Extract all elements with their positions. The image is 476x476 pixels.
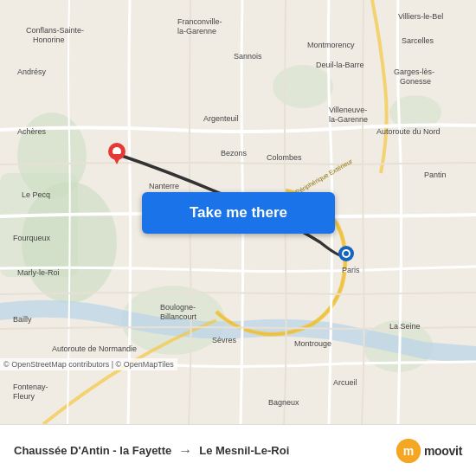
svg-text:Fourqueux: Fourqueux [13,234,51,242]
svg-text:la-Garenne: la-Garenne [177,27,216,35]
svg-text:Achères: Achères [17,127,47,136]
svg-text:Villeneuve-: Villeneuve- [329,106,367,114]
svg-text:Pantin: Pantin [424,170,447,179]
moovit-icon: m [396,439,421,463]
svg-text:Franconville-: Franconville- [177,17,222,26]
svg-text:Andrésy: Andrésy [17,68,47,76]
map-attribution: © OpenStreetMap contributors | © OpenMap… [0,358,177,370]
svg-text:Bagneux: Bagneux [268,398,299,407]
svg-text:Montmorency: Montmorency [307,41,355,49]
map-container: Conflans-Sainte- Honorine Franconville- … [0,0,476,424]
svg-text:Arcueil: Arcueil [333,378,357,387]
svg-text:Villiers-le-Bel: Villiers-le-Bel [398,12,443,21]
svg-text:Deuil-la-Barre: Deuil-la-Barre [316,61,364,69]
svg-text:Autoroute du Nord: Autoroute du Nord [376,127,441,136]
svg-text:Garges-lès-: Garges-lès- [394,68,434,76]
svg-text:Billancourt: Billancourt [160,312,197,321]
svg-text:Autoroute de Normandie: Autoroute de Normandie [52,344,137,353]
svg-text:m: m [403,444,414,458]
arrow-icon: → [178,443,192,459]
svg-text:Sarcelles: Sarcelles [402,36,434,45]
svg-text:Honorine: Honorine [33,35,65,44]
moovit-logo: m moovit [396,439,462,463]
svg-text:La Seine: La Seine [389,322,421,331]
svg-text:Le Pecq: Le Pecq [22,190,50,199]
svg-point-51 [344,251,349,256]
svg-text:Conflans-Sainte-: Conflans-Sainte- [26,26,84,35]
svg-text:Sannois: Sannois [234,52,262,61]
svg-text:Marly-le-Roi: Marly-le-Roi [17,268,60,277]
svg-text:Sèvres: Sèvres [212,336,237,344]
svg-text:Nanterre: Nanterre [149,182,179,190]
bottom-bar: Chaussée D'Antin - la Fayette → Le Mesni… [0,424,476,476]
svg-text:Colombes: Colombes [267,153,302,162]
svg-text:Gonesse: Gonesse [400,77,431,86]
svg-text:Boulogne-: Boulogne- [160,303,196,312]
svg-text:Fleury: Fleury [13,392,35,401]
moovit-text: moovit [424,444,462,458]
svg-rect-3 [0,173,78,277]
svg-point-6 [273,65,333,108]
svg-text:Paris: Paris [342,266,360,274]
destination-label: Le Mesnil-Le-Roi [199,444,289,457]
take-me-there-button[interactable]: Take me there [142,192,335,234]
svg-text:Bezons: Bezons [221,149,248,158]
route-info: Chaussée D'Antin - la Fayette → Le Mesni… [14,443,396,459]
svg-text:Fontenay-: Fontenay- [13,383,48,391]
svg-text:la-Garenne: la-Garenne [329,115,368,124]
svg-text:Bailly: Bailly [13,315,32,324]
svg-text:Montrouge: Montrouge [294,339,331,348]
origin-label: Chaussée D'Antin - la Fayette [14,444,171,457]
svg-text:Argenteuil: Argenteuil [203,114,239,123]
